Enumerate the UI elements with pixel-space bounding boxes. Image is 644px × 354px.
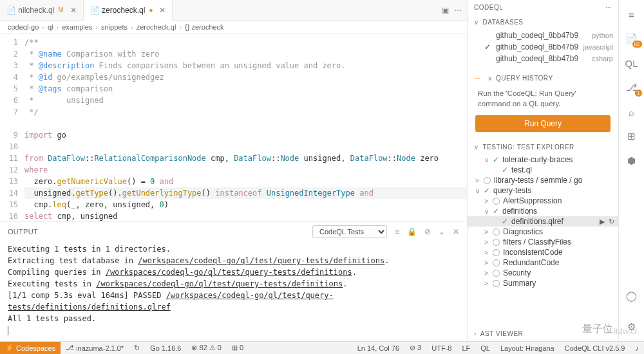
files-icon[interactable]: 📄82 [624,31,639,46]
tab-nilcheck-ql[interactable]: 📄 nilcheck.ql M ✕ [0,0,84,21]
more-icon[interactable]: ⋯ [454,6,462,15]
split-icon[interactable]: ▣ [442,6,449,15]
tree-item[interactable]: ✓test.ql [468,165,618,175]
query-history-text: Run the 'CodeQL: Run Query' command on a… [468,86,618,111]
pass-icon: ✓ [493,207,499,216]
source-control-icon[interactable]: ⎇1 [624,80,639,95]
chevron-down-icon[interactable]: ⌄ [439,227,445,236]
chevron-down-icon[interactable]: ∨ [474,19,479,26]
tree-item[interactable]: >AlertSuppression [468,196,618,206]
play-icon[interactable]: ▶ [600,218,605,226]
chevron-down-icon[interactable]: ∨ [488,75,493,82]
debug-icon[interactable]: ↻ [609,218,614,226]
ast-viewer-title[interactable]: AST VIEWER [480,330,524,337]
eol[interactable]: LF [457,342,475,355]
chevron-down-icon[interactable]: ∨ [474,144,479,151]
activity-bar: ≡ 📄82 QL ⎇1 ⌕ ⊞ ⬢ ◯ ⚙ [618,0,644,341]
go-version[interactable]: Go 1.16.6 [145,342,186,355]
breadcrumb[interactable]: codeql-go › ql › examples › snippets › z… [0,21,467,34]
editor-pane: 📄 nilcheck.ql M ✕📄 zerocheck.ql ● ✕ ▣ ⋯ … [0,0,467,341]
menu-icon[interactable]: ≡ [624,6,639,22]
tree-item[interactable]: ∨✓definitions [468,206,618,216]
pending-icon [493,228,500,236]
notifications-icon[interactable]: ♪ [630,342,645,355]
close-icon[interactable]: ✕ [70,6,77,15]
layout-indicator[interactable]: Layout: Hiragana [495,342,560,355]
tree-item[interactable]: >Summary [468,278,618,288]
more-icon[interactable]: ⋯ [605,4,612,11]
database-item[interactable]: ✓github_codeql_8bb47b9javascript [468,41,618,53]
pending-icon [493,280,500,287]
code-editor[interactable]: 123456791011121314151617 /** * @name Com… [0,34,467,221]
pending-icon [484,177,491,184]
test-tree: ∨✓tolerate-curly-braces✓test.ql>library-… [468,154,618,326]
codeql-title: CODEQL [474,4,503,11]
test-explorer-title[interactable]: TESTING: TEST EXPLORER [483,144,574,151]
pending-icon [493,259,500,266]
tab-zerocheck-ql[interactable]: 📄 zerocheck.ql ● ✕ [84,0,173,21]
codeql-cli-version[interactable]: CodeQL CLI v2.5.9 [560,342,630,355]
cursor-position[interactable]: Ln 14, Col 76 [352,342,404,355]
chevron-right-icon[interactable]: › [474,330,477,337]
ports-indicator[interactable]: ⊞ 0 [227,342,249,355]
account-icon[interactable]: ◯ [624,288,639,304]
tree-item[interactable]: ✓definitions.qlref▶↻ [468,216,618,227]
database-item[interactable]: github_codeql_8bb47b9csharp [468,53,618,64]
database-item[interactable]: github_codeql_8bb47b9python [468,30,618,41]
output-label[interactable]: OUTPUT [8,228,38,236]
tree-item[interactable]: ∨✓tolerate-curly-braces [468,154,618,165]
status-bar: ⚡ Codespaces ⎇ inazuma-2.1.0* ↻ Go 1.16.… [0,341,644,354]
codeql-sidebar: CODEQL⋯ ∨DATABASES github_codeql_8bb47b9… [467,0,618,341]
search-icon[interactable]: ⌕ [624,104,639,120]
clear-icon[interactable]: ⊘ [424,227,431,236]
pending-icon [493,239,500,246]
databases-title[interactable]: DATABASES [483,19,524,26]
pending-icon [493,198,500,205]
list-icon[interactable]: ≡ [395,227,399,236]
gear-icon[interactable]: ⚙ [624,319,639,335]
sync-button[interactable]: ↻ [129,342,145,355]
tree-item[interactable]: >Security [468,268,618,278]
tree-item[interactable]: >RedundantCode [468,257,618,268]
pending-icon [493,249,500,256]
query-history-title[interactable]: QUERY HISTORY [496,75,553,82]
spaces-indicator[interactable]: ⊘ 3 [404,342,426,355]
tree-item[interactable]: >library-tests / semmle / go [468,175,618,185]
pass-icon: ✓ [493,155,499,164]
tree-item[interactable]: ∨✓query-tests [468,185,618,196]
line-gutter: 123456791011121314151617 [0,34,24,221]
output-panel: OUTPUT CodeQL Tests ≡ 🔒 ⊘ ⌄ ✕ Executing … [0,221,467,341]
encoding[interactable]: UTF-8 [426,342,457,355]
pass-icon: ✓ [484,186,490,195]
tree-item[interactable]: >filters / ClassifyFiles [468,237,618,247]
docker-icon[interactable]: ⬢ [624,153,639,169]
tab-bar: 📄 nilcheck.ql M ✕📄 zerocheck.ql ● ✕ ▣ ⋯ [0,0,467,21]
tree-item[interactable]: >Diagnostics [468,227,618,237]
run-query-button[interactable]: Run Query [475,115,611,132]
codespaces-button[interactable]: ⚡ Codespaces [0,342,61,355]
language-mode[interactable]: QL [475,342,495,355]
ql-icon[interactable]: QL [624,55,639,71]
lock-icon[interactable]: 🔒 [407,227,417,236]
pass-icon: ✓ [502,165,508,174]
pass-icon: ✓ [502,217,508,226]
tree-item[interactable]: >InconsistentCode [468,247,618,257]
branch-indicator[interactable]: ⎇ inazuma-2.1.0* [61,342,129,355]
problems-indicator[interactable]: ⊗ 82 ⚠ 0 [186,342,226,355]
close-icon[interactable]: ✕ [159,6,166,15]
pending-icon [493,270,500,277]
extensions-icon[interactable]: ⊞ [624,129,639,144]
output-body: Executing 1 tests in 1 directories.Extra… [0,242,467,341]
output-filter[interactable]: CodeQL Tests [312,225,387,238]
close-icon[interactable]: ✕ [453,227,459,236]
